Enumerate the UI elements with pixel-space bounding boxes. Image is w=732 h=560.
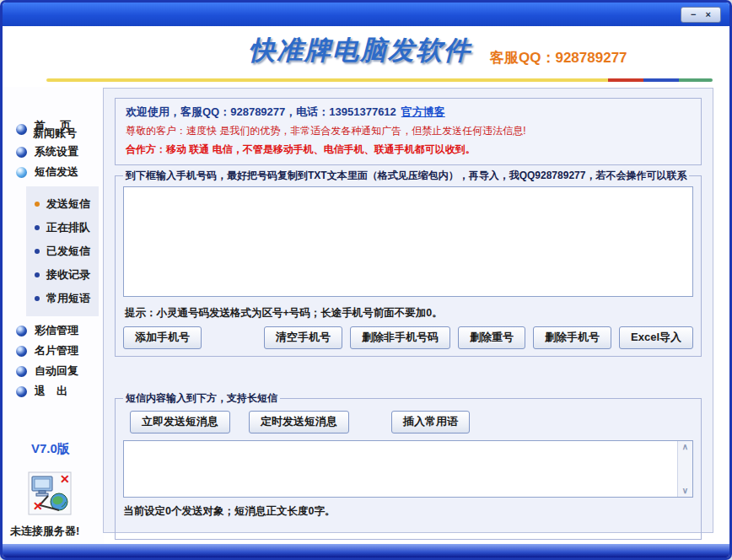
divider-yellow-segment	[46, 78, 608, 82]
sidebar-item-label: 系统设置	[35, 144, 78, 159]
sidebar-item-news-account[interactable]: 新闻账号	[33, 127, 78, 139]
phone-tip-label: 提示：小灵通号码发送格式为区号+号码；长途手机号前面不要加0。	[125, 306, 693, 320]
message-scrollbar[interactable]: ∧ ∨	[677, 441, 692, 497]
remove-duplicates-button[interactable]: 删除重号	[458, 326, 525, 349]
minimize-icon[interactable]: −	[691, 10, 696, 19]
bullet-icon	[35, 272, 40, 277]
sidebar-item-label: 自动回复	[35, 363, 78, 379]
phone-numbers-section: 到下框输入手机号码，最好把号码复制到TXT文本里面（格式见压缩包内），再导入，我…	[115, 169, 702, 357]
phone-numbers-input[interactable]	[123, 186, 693, 297]
sidebar-item-label: 短信发送	[35, 164, 78, 180]
window-bottom-bar	[3, 544, 729, 557]
sidebar-menu: 首 页 新闻账号 系统设置 短信发送 发送短信 正在排队	[3, 87, 104, 401]
message-buttons-row: 立即发送短消息 定时发送短消息 插入常用语	[130, 411, 693, 433]
clear-phones-button[interactable]: 清空手机号	[264, 326, 342, 349]
sidebar-item-label: 退 出	[35, 384, 67, 399]
divider-red-segment	[608, 78, 643, 82]
welcome-box: 欢迎使用，客服QQ：928789277，电话：13951377612官方博客 尊…	[115, 98, 702, 165]
submenu-item-received[interactable]: 接收记录	[26, 263, 99, 287]
scroll-up-icon[interactable]: ∧	[682, 444, 688, 450]
welcome-line1-text: 欢迎使用，客服QQ：928789277，电话：13951377612	[126, 105, 396, 118]
svg-text:✕: ✕	[33, 499, 43, 513]
divider-green-segment	[679, 78, 713, 82]
sphere-bullet-icon	[16, 326, 27, 337]
sphere-bullet-icon	[16, 366, 27, 377]
sidebar-item-mms-manage[interactable]: 彩信管理	[3, 320, 104, 341]
submenu-item-label: 正在排队	[46, 220, 90, 235]
server-status-label: 未连接服务器!	[10, 524, 79, 539]
send-now-button[interactable]: 立即发送短消息	[130, 411, 230, 433]
active-bullet-icon	[35, 202, 40, 207]
scroll-down-icon[interactable]: ∨	[682, 487, 688, 494]
submenu-item-sent[interactable]: 已发短信	[26, 240, 99, 263]
content-panel: 欢迎使用，客服QQ：928789277，电话：13951377612官方博客 尊…	[103, 88, 713, 533]
message-section: 短信内容输入到下方，支持长短信 立即发送短消息 定时发送短消息 插入常用语 ∧ …	[115, 391, 702, 540]
message-content-box: ∧ ∨	[123, 440, 693, 498]
sidebar-item-label: 名片管理	[35, 343, 78, 358]
service-qq-label: 客服QQ：928789277	[490, 48, 627, 67]
sidebar-item-label: 彩信管理	[35, 323, 78, 338]
submenu-item-label: 常用短语	[46, 291, 90, 306]
message-status-label: 当前设定0个发送对象；短消息正文长度0字。	[123, 504, 693, 519]
submenu-item-label: 发送短信	[46, 197, 90, 212]
official-blog-link[interactable]: 官方博客	[401, 105, 445, 118]
disconnected-server-icon: ✕ ✕	[28, 471, 72, 519]
excel-import-button[interactable]: Excel导入	[619, 326, 693, 349]
header-divider	[46, 78, 713, 82]
titlebar[interactable]: − ×	[3, 3, 729, 26]
sidebar-item-system-settings[interactable]: 系统设置	[3, 142, 104, 162]
welcome-line3: 合作方：移动 联通 电信，不管是移动手机、电信手机、联通手机都可以收到。	[126, 143, 691, 157]
remove-nonphone-button[interactable]: 删除非手机号码	[350, 326, 450, 349]
sidebar-item-home[interactable]: 首 页 新闻账号	[3, 117, 104, 142]
add-phone-button[interactable]: 添加手机号	[123, 326, 202, 349]
brand-title: 快准牌电脑发软件	[249, 33, 471, 68]
bullet-icon	[35, 249, 40, 254]
sidebar-item-exit[interactable]: 退 出	[3, 381, 104, 401]
bullet-icon	[35, 225, 40, 230]
divider-blue-segment	[643, 78, 679, 82]
close-icon[interactable]: ×	[706, 10, 711, 19]
svg-text:✕: ✕	[60, 472, 70, 486]
submenu-item-send-sms[interactable]: 发送短信	[26, 192, 99, 216]
sidebar: 首 页 新闻账号 系统设置 短信发送 发送短信 正在排队	[3, 87, 104, 544]
send-scheduled-button[interactable]: 定时发送短消息	[249, 411, 349, 433]
sms-submenu: 发送短信 正在排队 已发短信 接收记录 常用短语	[26, 186, 99, 316]
sidebar-item-auto-reply[interactable]: 自动回复	[3, 361, 104, 381]
phone-buttons-row: 添加手机号 清空手机号 删除非手机号码 删除重号 删除手机号 Excel导入	[123, 326, 693, 349]
sphere-bullet-light-icon	[16, 167, 27, 178]
submenu-item-label: 已发短信	[46, 244, 90, 259]
insert-phrase-button[interactable]: 插入常用语	[391, 411, 470, 433]
header: 快准牌电脑发软件 客服QQ：928789277	[3, 26, 729, 87]
submenu-item-phrases[interactable]: 常用短语	[26, 287, 99, 310]
sphere-bullet-icon	[16, 346, 27, 357]
phone-section-legend: 到下框输入手机号码，最好把号码复制到TXT文本里面（格式见压缩包内），再导入，我…	[123, 169, 689, 183]
app-window: − × 快准牌电脑发软件 客服QQ：928789277 首 页 新闻账号	[0, 0, 732, 560]
message-section-legend: 短信内容输入到下方，支持长短信	[123, 391, 280, 406]
sidebar-item-sms-send[interactable]: 短信发送	[3, 162, 104, 182]
submenu-item-label: 接收记录	[46, 267, 90, 283]
sphere-bullet-icon	[16, 147, 27, 158]
bullet-icon	[35, 296, 40, 301]
submenu-item-queue[interactable]: 正在排队	[26, 216, 99, 240]
sphere-bullet-icon	[16, 386, 27, 397]
message-content-input[interactable]	[124, 441, 677, 497]
sphere-bullet-icon	[16, 124, 27, 135]
welcome-line1: 欢迎使用，客服QQ：928789277，电话：13951377612官方博客	[126, 105, 691, 120]
window-controls: − ×	[681, 7, 721, 23]
remove-phone-button[interactable]: 删除手机号	[533, 326, 611, 349]
version-label: V7.0版	[31, 441, 70, 457]
welcome-line2: 尊敬的客户：速度快 是我们的优势，非常适合发各种通知广告，但禁止发送任何违法信息…	[126, 124, 691, 138]
sidebar-item-card-manage[interactable]: 名片管理	[3, 341, 104, 361]
